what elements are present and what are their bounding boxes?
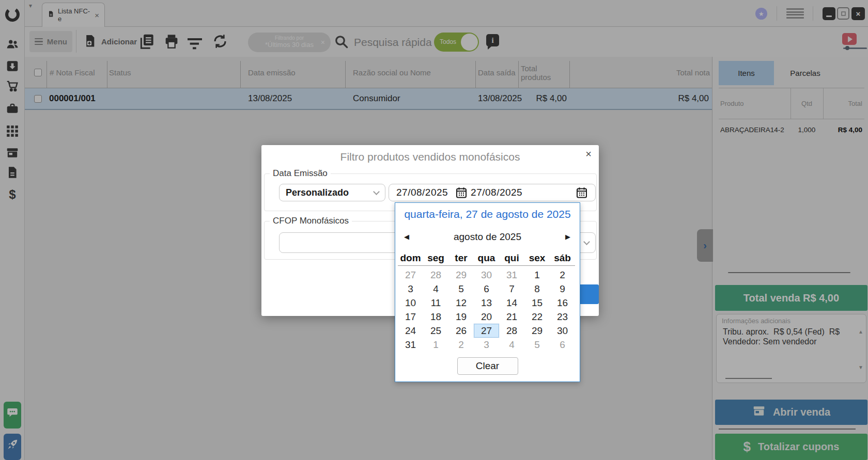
fieldset-cfop-legend: CFOP Monofásicos — [270, 216, 352, 226]
calendar-day[interactable]: 10 — [398, 296, 423, 310]
calendar-month-label: agosto de 2025 — [395, 231, 580, 243]
calendar-day[interactable]: 7 — [499, 282, 524, 296]
calendar-picker-icon[interactable] — [576, 186, 588, 199]
date-range-input[interactable]: 27/08/2025 27/08/2025 — [389, 184, 596, 201]
calendar-day[interactable]: 28 — [499, 324, 524, 338]
calendar-day[interactable]: 16 — [550, 296, 575, 310]
fieldset-data-emissao-legend: Data Emissão — [270, 168, 331, 179]
period-select-value: Personalizado — [286, 187, 349, 198]
calendar-day[interactable]: 5 — [448, 282, 474, 296]
weekday-label: sáb — [550, 252, 575, 264]
calendar-day[interactable]: 29 — [448, 268, 474, 282]
calendar-weekdays: domsegterquaquisexsáb — [398, 252, 575, 266]
weekday-label: dom — [398, 252, 423, 264]
calendar-day[interactable]: 22 — [524, 310, 550, 324]
calendar-day[interactable]: 26 — [448, 324, 474, 338]
period-select[interactable]: Personalizado — [279, 184, 385, 201]
chevron-down-icon — [583, 239, 590, 245]
modal-title: Filtro produtos vendidos monofásicos — [261, 151, 599, 163]
calendar-day[interactable]: 1 — [423, 338, 448, 352]
calendar-day-selected[interactable]: 27 — [474, 324, 499, 338]
calendar-day[interactable]: 8 — [524, 282, 550, 296]
calendar-day[interactable]: 28 — [423, 268, 448, 282]
calendar-day[interactable]: 18 — [423, 310, 448, 324]
chevron-down-icon — [373, 188, 380, 195]
calendar-day[interactable]: 6 — [550, 338, 575, 352]
calendar-day[interactable]: 2 — [448, 338, 474, 352]
calendar-day[interactable]: 6 — [474, 282, 499, 296]
calendar-day[interactable]: 21 — [499, 310, 524, 324]
calendar-day[interactable]: 5 — [524, 338, 550, 352]
next-month-icon[interactable]: ▶ — [565, 233, 570, 241]
calendar-day[interactable]: 11 — [423, 296, 448, 310]
modal-close-icon[interactable]: × — [585, 148, 592, 160]
calendar-day[interactable]: 2 — [550, 268, 575, 282]
date-to-value[interactable]: 27/08/2025 — [471, 187, 522, 198]
calendar-day[interactable]: 31 — [398, 338, 423, 352]
calendar-day[interactable]: 25 — [423, 324, 448, 338]
calendar-day[interactable]: 4 — [423, 282, 448, 296]
weekday-label: sex — [524, 252, 550, 264]
calendar-day[interactable]: 13 — [474, 296, 499, 310]
app-window: $ ▾ Lista NFC-e × ★ × — [0, 0, 868, 460]
calendar-day[interactable]: 14 — [499, 296, 524, 310]
weekday-label: qua — [474, 252, 499, 264]
date-picker-popup: quarta-feira, 27 de agosto de 2025 ◀ ago… — [395, 202, 580, 382]
calendar-nav: ◀ agosto de 2025 ▶ — [395, 231, 580, 245]
calendar-day[interactable]: 3 — [474, 338, 499, 352]
calendar-day[interactable]: 17 — [398, 310, 423, 324]
calendar-day[interactable]: 30 — [474, 268, 499, 282]
calendar-day[interactable]: 4 — [499, 338, 524, 352]
previous-month-icon[interactable]: ◀ — [404, 233, 409, 241]
calendar-day[interactable]: 23 — [550, 310, 575, 324]
calendar-day[interactable]: 31 — [499, 268, 524, 282]
calendar-day[interactable]: 30 — [550, 324, 575, 338]
selected-date-label: quarta-feira, 27 de agosto de 2025 — [395, 208, 580, 220]
weekday-label: seg — [423, 252, 448, 264]
calendar-grid: 2728293031123456789101112131415161718192… — [398, 268, 575, 352]
calendar-day[interactable]: 24 — [398, 324, 423, 338]
calendar-day[interactable]: 12 — [448, 296, 474, 310]
calendar-day[interactable]: 29 — [524, 324, 550, 338]
date-from-value[interactable]: 27/08/2025 — [396, 187, 448, 198]
calendar-day[interactable]: 3 — [398, 282, 423, 296]
weekday-label: qui — [499, 252, 524, 264]
calendar-day[interactable]: 15 — [524, 296, 550, 310]
weekday-label: ter — [448, 252, 474, 264]
clear-button[interactable]: Clear — [457, 357, 518, 375]
calendar-day[interactable]: 1 — [524, 268, 550, 282]
calendar-day[interactable]: 27 — [398, 268, 423, 282]
calendar-picker-icon[interactable] — [455, 186, 468, 199]
calendar-day[interactable]: 9 — [550, 282, 575, 296]
calendar-day[interactable]: 19 — [448, 310, 474, 324]
calendar-day[interactable]: 20 — [474, 310, 499, 324]
